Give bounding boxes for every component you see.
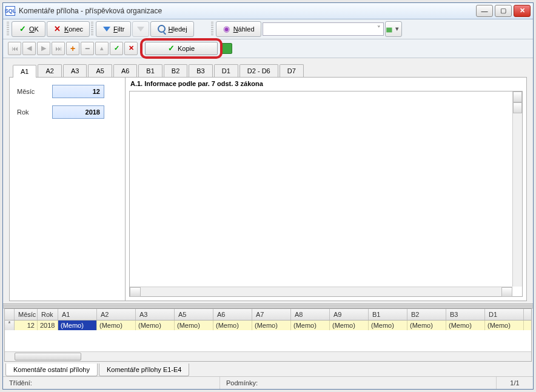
titlebar: SQL Komentáře příloha - příspěvková orga… — [3, 3, 533, 19]
form-right-panel: A.1. Informace podle par. 7 odst. 3 záko… — [125, 78, 526, 301]
grid-col-a2[interactable]: A2 — [97, 309, 136, 320]
cell-rok[interactable]: 2018 — [38, 321, 58, 330]
statusbar: Třídění: Podmínky: 1/1 — [3, 376, 533, 389]
grid-scrollbar-h[interactable] — [5, 351, 531, 361]
window-root: SQL Komentáře příloha - příspěvková orga… — [2, 2, 534, 390]
nav-next-button[interactable] — [37, 42, 50, 55]
cell-b2[interactable]: (Memo) — [407, 321, 446, 330]
tab-d2d6[interactable]: D2 - D6 — [240, 64, 278, 77]
grid-col-rok[interactable]: Rok — [38, 309, 58, 320]
status-sort: Třídění: — [3, 377, 220, 389]
nahled-button[interactable]: Náhled — [216, 21, 261, 37]
tab-body: Měsíc 12 Rok 2018 A.1. Informace podle p… — [9, 77, 527, 301]
grid-col-a9[interactable]: A9 — [330, 309, 369, 320]
nav-prev-button[interactable] — [22, 42, 36, 55]
lower-tab-e1e4[interactable]: Komentáře přílohy E1-E4 — [99, 364, 190, 376]
tab-d1[interactable]: D1 — [214, 64, 238, 77]
konec-button[interactable]: Konec — [47, 21, 90, 37]
cell-a3[interactable]: (Memo) — [136, 321, 175, 330]
tab-d7[interactable]: D7 — [280, 64, 304, 77]
ok-button[interactable]: OK — [12, 21, 45, 37]
hledej-button[interactable]: Hledej — [150, 21, 193, 37]
cell-b1[interactable]: (Memo) — [369, 321, 407, 330]
grid-scroll-thumb[interactable] — [15, 353, 81, 360]
row-marker: * — [5, 321, 15, 330]
grid-col-a6[interactable]: A6 — [213, 309, 252, 320]
filtr-button[interactable]: Filtr — [96, 21, 131, 37]
cell-d1[interactable]: (Memo) — [485, 321, 524, 330]
main-toolbar: OK Konec Filtr Hledej Náhled — [3, 19, 533, 39]
search-icon — [157, 25, 166, 33]
memo-scrollbar-h[interactable] — [130, 287, 512, 296]
cell-a9[interactable]: (Memo) — [330, 321, 369, 330]
green-square-button[interactable] — [221, 43, 232, 54]
lower-tabs: Komentáře ostatní přílohy Komentáře příl… — [5, 364, 531, 376]
grid-col-mesic[interactable]: Měsíc — [15, 309, 38, 320]
tab-a1[interactable]: A1 — [13, 65, 36, 78]
grid-col-b1[interactable]: B1 — [369, 309, 407, 320]
nav-delete-button[interactable]: − — [81, 42, 94, 55]
memo-editor[interactable] — [129, 91, 523, 297]
grid-col-b2[interactable]: B2 — [407, 309, 446, 320]
nav-first-button[interactable] — [8, 42, 21, 55]
nav-edit-button[interactable] — [95, 42, 109, 55]
nav-cancel-button[interactable] — [124, 42, 138, 55]
kopie-highlight: Kopie — [145, 42, 218, 55]
cell-a1[interactable]: (Memo) — [58, 321, 97, 330]
section-heading: A.1. Informace podle par. 7 odst. 3 záko… — [126, 78, 526, 90]
app-icon: SQL — [5, 6, 15, 16]
cell-b3[interactable]: (Memo) — [446, 321, 485, 330]
grid-col-d1[interactable]: D1 — [485, 309, 524, 320]
lower-tab-ostatni[interactable]: Komentáře ostatní přílohy — [5, 364, 98, 376]
tab-b2[interactable]: B2 — [164, 64, 187, 77]
nav-post-button[interactable] — [110, 42, 123, 55]
x-icon — [53, 25, 62, 33]
memo-scrollbar-v[interactable] — [512, 91, 522, 287]
grid-corner[interactable] — [5, 309, 15, 320]
grid-row[interactable]: * 12 2018 (Memo) (Memo) (Memo) (Memo) (M… — [5, 321, 531, 330]
konec-label: Konec — [64, 25, 83, 33]
report-combo[interactable] — [263, 22, 384, 36]
rok-field[interactable]: 2018 — [52, 105, 104, 119]
cell-a2[interactable]: (Memo) — [97, 321, 136, 330]
kopie-button[interactable]: Kopie — [145, 42, 218, 55]
upper-tabs: A1 A2 A3 A5 A6 B1 B2 B3 D1 D2 - D6 D7 — [13, 64, 527, 77]
cell-a5[interactable]: (Memo) — [175, 321, 213, 330]
tab-a2[interactable]: A2 — [38, 64, 61, 77]
filter-clear-button[interactable] — [132, 21, 149, 37]
cell-a7[interactable]: (Memo) — [252, 321, 291, 330]
nav-last-button[interactable] — [52, 42, 65, 55]
cell-a6[interactable]: (Memo) — [213, 321, 252, 330]
maximize-button[interactable]: ▢ — [495, 5, 512, 17]
grid-col-a8[interactable]: A8 — [291, 309, 330, 320]
close-button[interactable]: ✕ — [514, 5, 531, 17]
status-conditions: Podmínky: — [220, 377, 497, 389]
grid-header: Měsíc Rok A1 A2 A3 A5 A6 A7 A8 A9 B1 B2 … — [5, 309, 531, 321]
mesic-field[interactable]: 12 — [52, 85, 104, 98]
nav-insert-button[interactable]: + — [66, 42, 79, 55]
tab-b1[interactable]: B1 — [138, 64, 162, 77]
preview-icon — [223, 25, 231, 33]
cell-mesic[interactable]: 12 — [15, 321, 38, 330]
grid-col-a7[interactable]: A7 — [252, 309, 291, 320]
grid-col-a3[interactable]: A3 — [136, 309, 175, 320]
check-icon — [18, 25, 27, 33]
cell-a8[interactable]: (Memo) — [291, 321, 330, 330]
ok-label: OK — [29, 25, 39, 33]
window-title: Komentáře příloha - příspěvková organiza… — [19, 7, 476, 15]
tab-a6[interactable]: A6 — [113, 64, 137, 77]
minimize-button[interactable]: — — [476, 5, 493, 17]
grid-col-b3[interactable]: B3 — [446, 309, 485, 320]
tab-a5[interactable]: A5 — [88, 64, 112, 77]
list-menu-button[interactable] — [385, 21, 402, 37]
navigator-toolbar: + − Kopie — [3, 39, 533, 58]
tab-a3[interactable]: A3 — [63, 64, 87, 77]
horizontal-splitter[interactable] — [3, 304, 533, 308]
toolbar-grip — [7, 22, 9, 36]
data-grid: Měsíc Rok A1 A2 A3 A5 A6 A7 A8 A9 B1 B2 … — [4, 308, 532, 362]
grid-col-a5[interactable]: A5 — [175, 309, 213, 320]
funnel-cancel-icon — [136, 25, 145, 33]
toolbar-grip — [211, 22, 213, 36]
grid-col-a1[interactable]: A1 — [58, 309, 97, 320]
tab-b3[interactable]: B3 — [189, 64, 212, 77]
